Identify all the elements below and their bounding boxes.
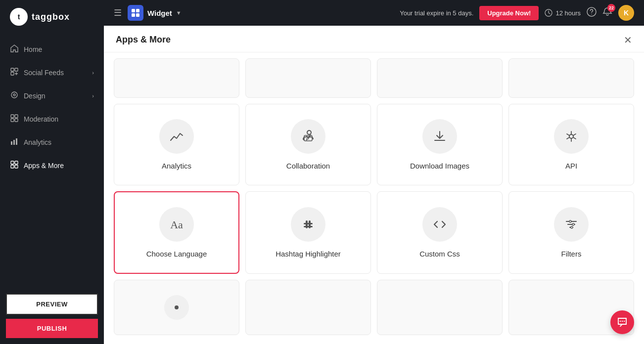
svg-rect-30: [304, 223, 313, 224]
svg-rect-21: [136, 13, 139, 17]
svg-rect-8: [15, 115, 18, 118]
svg-point-35: [175, 305, 179, 309]
grid-card-hashtag-highlighter[interactable]: Hashtag Highlighter: [245, 191, 371, 274]
social-feeds-chevron-icon: ›: [92, 70, 94, 76]
choose-language-card-label: Choose Language: [146, 250, 207, 258]
download-images-card-icon: [422, 119, 457, 154]
svg-point-36: [620, 321, 621, 322]
sidebar-bottom: PREVIEW PUBLISH: [0, 288, 104, 344]
topbar: ☰ Widget ▼ Your trial expire in 5 days. …: [104, 0, 644, 26]
grid-card-custom-css[interactable]: Custom Css: [377, 191, 503, 274]
svg-rect-14: [11, 161, 14, 164]
svg-rect-20: [132, 13, 135, 17]
svg-point-38: [624, 321, 625, 322]
custom-css-card-label: Custom Css: [419, 250, 460, 258]
sidebar-item-analytics-label: Analytics: [24, 138, 51, 146]
svg-text:t: t: [18, 13, 20, 21]
grid-card-download-images[interactable]: Download Images: [377, 104, 503, 185]
hashtag-highlighter-card-icon: [291, 207, 325, 242]
sidebar-item-design[interactable]: Design ›: [0, 84, 104, 107]
grid-card-collaboration[interactable]: Collaboration: [245, 104, 371, 185]
svg-rect-9: [11, 119, 14, 122]
trial-text: Your trial expire in 5 days.: [400, 9, 473, 17]
logo-text: taggbox: [32, 12, 70, 22]
grid-card-filters[interactable]: Filters: [508, 191, 634, 274]
moderation-icon: [10, 114, 19, 124]
svg-rect-2: [11, 68, 14, 71]
widget-chevron-icon: ▼: [176, 10, 182, 16]
logo[interactable]: t taggbox: [0, 0, 104, 34]
svg-rect-10: [15, 119, 18, 122]
sidebar-item-design-label: Design: [24, 92, 46, 100]
sidebar-item-home-label: Home: [24, 45, 42, 53]
svg-point-5: [11, 92, 17, 98]
design-chevron-icon: ›: [92, 93, 94, 99]
api-card-label: API: [565, 162, 577, 170]
panel-title: Apps & More: [116, 35, 171, 45]
hashtag-highlighter-card-label: Hashtag Highlighter: [276, 250, 341, 258]
svg-rect-4: [11, 72, 14, 75]
grid-card-partial-1[interactable]: [114, 58, 239, 98]
notification-badge: 22: [607, 4, 615, 12]
svg-point-26: [569, 134, 573, 138]
time-display: 12 hours: [545, 9, 581, 17]
custom-css-card-icon: [422, 207, 457, 242]
grid-card-partial-2[interactable]: [245, 58, 371, 98]
content-panel: Apps & More ✕ Analytics: [104, 26, 644, 344]
menu-icon[interactable]: ☰: [114, 7, 122, 18]
publish-button[interactable]: PUBLISH: [6, 319, 98, 338]
svg-rect-15: [15, 161, 18, 164]
grid-card-partial-4[interactable]: [508, 58, 634, 98]
choose-language-card-icon: Aa: [159, 207, 194, 242]
grid-card-partial-3[interactable]: [377, 58, 503, 98]
svg-rect-17: [15, 165, 18, 168]
svg-point-6: [13, 94, 15, 96]
grid-card-analytics[interactable]: Analytics: [114, 104, 239, 185]
upgrade-button[interactable]: Upgrade Now!: [479, 6, 539, 20]
user-avatar[interactable]: K: [618, 5, 634, 21]
grid-card-choose-language[interactable]: Aa Choose Language: [114, 191, 239, 274]
sidebar-item-social-feeds-label: Social Feeds: [24, 69, 64, 77]
filters-card-label: Filters: [561, 250, 582, 258]
grid-card-bottom-partial[interactable]: [114, 280, 239, 335]
filters-card-icon: [554, 207, 589, 242]
help-icon[interactable]: [587, 7, 597, 19]
sidebar-item-moderation[interactable]: Moderation: [0, 107, 104, 130]
notification-icon[interactable]: 22: [602, 7, 612, 19]
analytics-card-icon: [159, 119, 194, 154]
svg-point-37: [622, 321, 623, 322]
sidebar-item-social-feeds[interactable]: Social Feeds ›: [0, 61, 104, 84]
widget-label: Widget: [147, 9, 172, 17]
panel-header: Apps & More ✕: [104, 26, 644, 52]
download-images-card-label: Download Images: [410, 162, 469, 170]
analytics-card-label: Analytics: [162, 162, 191, 170]
close-button[interactable]: ✕: [624, 35, 632, 45]
grid-card-api[interactable]: API: [508, 104, 634, 185]
grid-card-bottom-partial-3[interactable]: [377, 280, 503, 335]
svg-rect-3: [15, 68, 18, 71]
collaboration-card-icon: [291, 119, 325, 154]
apps-grid: Analytics Collaboration Download Images: [109, 52, 639, 341]
chat-bubble[interactable]: [610, 310, 634, 334]
api-card-icon: [554, 119, 589, 154]
time-label: 12 hours: [555, 9, 581, 17]
svg-rect-18: [132, 9, 135, 12]
svg-rect-7: [11, 115, 14, 118]
widget-icon: [128, 5, 143, 21]
widget-selector[interactable]: Widget ▼: [128, 5, 182, 21]
grid-card-bottom-partial-2[interactable]: [245, 280, 371, 335]
svg-rect-12: [13, 140, 15, 145]
sidebar-item-analytics[interactable]: Analytics: [0, 130, 104, 154]
collaboration-card-label: Collaboration: [286, 162, 330, 170]
home-icon: [10, 44, 19, 54]
preview-button[interactable]: PREVIEW: [6, 294, 98, 315]
grid-container: Analytics Collaboration Download Images: [104, 52, 644, 344]
svg-text:Aa: Aa: [170, 218, 183, 231]
main-area: ☰ Widget ▼ Your trial expire in 5 days. …: [104, 0, 644, 344]
svg-rect-19: [136, 9, 139, 12]
sidebar-item-home[interactable]: Home: [0, 38, 104, 61]
svg-rect-13: [16, 138, 17, 145]
svg-rect-16: [11, 165, 14, 168]
svg-rect-11: [11, 141, 12, 145]
sidebar-item-apps-more[interactable]: Apps & More: [0, 154, 104, 177]
